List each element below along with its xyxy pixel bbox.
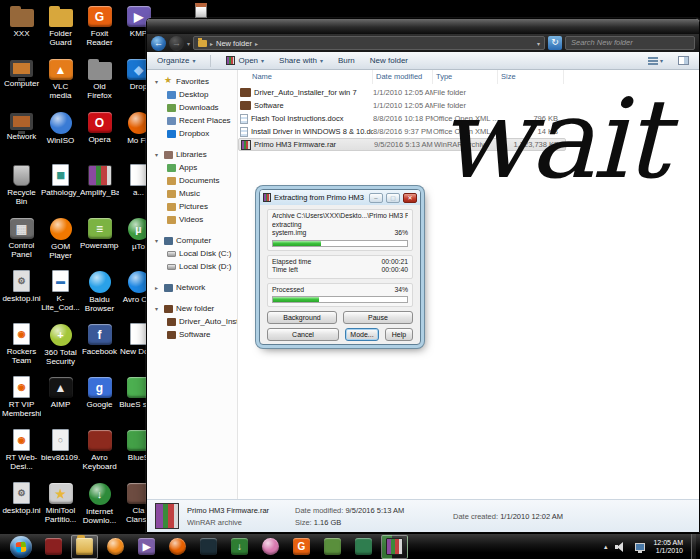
show-desktop-button[interactable] <box>691 534 696 559</box>
taskbar-firefox[interactable] <box>164 535 191 559</box>
back-button[interactable] <box>151 36 166 51</box>
column-header-name[interactable]: Name <box>238 70 373 84</box>
taskbar-clock[interactable]: 12:05 AM 1/1/2010 <box>653 539 683 555</box>
taskbar-kmplayer[interactable]: ▶ <box>133 535 160 559</box>
cancel-button[interactable]: Cancel <box>267 328 339 341</box>
desktop-icon[interactable]: Avro Keyboard <box>80 427 119 480</box>
sidebar-item[interactable]: Desktop <box>147 88 237 101</box>
tray-expand-icon[interactable] <box>604 543 608 551</box>
taskbar-app-paint[interactable] <box>257 535 284 559</box>
desktop-icon[interactable]: Recycle Bin <box>2 162 41 215</box>
expand-arrow-icon[interactable]: ▾ <box>155 151 161 158</box>
sidebar-item[interactable]: Downloads <box>147 101 237 114</box>
desktop-icon[interactable]: g Google <box>80 374 119 427</box>
desktop-icon[interactable]: + 360 Total Security <box>41 321 80 374</box>
volume-icon[interactable] <box>615 542 627 552</box>
desktop-icon[interactable]: f Facebook <box>80 321 119 374</box>
help-button[interactable]: Help <box>385 328 413 341</box>
breadcrumb-location[interactable]: New folder <box>216 39 252 48</box>
address-dropdown-icon[interactable] <box>537 40 540 47</box>
taskbar-app-dark[interactable] <box>195 535 222 559</box>
desktop-icon[interactable]: WinISO <box>41 109 80 162</box>
taskbar-idm[interactable]: ↓ <box>226 535 253 559</box>
taskbar-app-orange[interactable] <box>102 535 129 559</box>
desktop-icon[interactable]: ▲ AIMP <box>41 374 80 427</box>
sidebar-item[interactable]: Pictures <box>147 200 237 213</box>
forward-button[interactable] <box>169 36 184 51</box>
sidebar-item[interactable]: ▾ Libraries <box>147 148 237 161</box>
desktop-icon[interactable]: ◉ RT Web-Desi... <box>2 427 41 480</box>
sidebar-item[interactable]: Videos <box>147 213 237 226</box>
expand-arrow-icon[interactable]: ▸ <box>155 284 161 291</box>
mode-button[interactable]: Mode... <box>345 328 379 341</box>
change-view-button[interactable] <box>648 56 663 65</box>
sidebar-item[interactable]: Driver_Auto_Installer_ <box>147 315 237 328</box>
pause-button[interactable]: Pause <box>343 311 413 324</box>
desktop-icon[interactable]: ⚙ desktop.ini <box>2 268 41 321</box>
dialog-titlebar[interactable]: Extracting from Primo HM3 Fir... <box>260 190 420 205</box>
open-button[interactable]: Open <box>226 56 264 65</box>
tiny-desktop-icon[interactable] <box>195 3 207 18</box>
sidebar-item-label: Recent Places <box>179 116 231 125</box>
organize-button[interactable]: Organize <box>157 56 195 65</box>
new-folder-button[interactable]: New folder <box>370 56 408 65</box>
desktop-icon[interactable]: ◉ Rockers Team <box>2 321 41 374</box>
window-titlebar[interactable] <box>147 19 699 34</box>
address-bar[interactable]: New folder <box>193 36 545 50</box>
taskbar-bluestacks[interactable] <box>350 535 377 559</box>
sidebar-item[interactable]: Local Disk (D:) <box>147 260 237 273</box>
sidebar-item[interactable]: Documents <box>147 174 237 187</box>
taskbar-app-green[interactable] <box>319 535 346 559</box>
sidebar-item[interactable]: Local Disk (C:) <box>147 247 237 260</box>
desktop-icon[interactable]: ⚙ desktop.ini <box>2 480 41 533</box>
preview-pane-button[interactable] <box>678 56 689 65</box>
taskbar-explorer[interactable] <box>71 535 98 559</box>
burn-button[interactable]: Burn <box>338 56 355 65</box>
close-button[interactable] <box>403 193 417 203</box>
sidebar-item[interactable]: ▾ New folder <box>147 302 237 315</box>
sidebar-item[interactable]: Recent Places <box>147 114 237 127</box>
desktop-icon[interactable]: ▦ Pathology_... <box>41 162 80 215</box>
desktop-icon[interactable]: ↓ Internet Downlo... <box>80 480 119 533</box>
desktop-icon[interactable]: Folder Guard <box>41 3 80 56</box>
expand-arrow-icon[interactable]: ▾ <box>155 305 161 312</box>
desktop-icon[interactable]: GOM Player <box>41 215 80 268</box>
desktop-icon[interactable]: ▬ K-Lite_Cod... <box>41 268 80 321</box>
refresh-button[interactable] <box>548 36 562 50</box>
sidebar-item[interactable]: ▸ Network <box>147 281 237 294</box>
desktop-icon[interactable]: ▦ Control Panel <box>2 215 41 268</box>
desktop-icon[interactable]: ▲ VLC media player <box>41 56 80 109</box>
desktop-icon[interactable]: Amplify_Ba... <box>80 162 119 215</box>
taskbar-app-red[interactable] <box>40 535 67 559</box>
desktop-icon[interactable]: O Opera <box>80 109 119 162</box>
desktop-icon[interactable]: Network <box>2 109 41 162</box>
network-icon[interactable] <box>635 543 645 551</box>
desktop-icon[interactable]: ★ MiniTool Partitio... <box>41 480 80 533</box>
sidebar-item[interactable]: ▾ Favorites <box>147 75 237 88</box>
desktop-icon[interactable]: G Foxit Reader <box>80 3 119 56</box>
desktop-icon[interactable]: Computer <box>2 56 41 109</box>
desktop-icon[interactable]: ◉ RT VIP Membership <box>2 374 41 427</box>
taskbar-foxit[interactable]: G <box>288 535 315 559</box>
maximize-button[interactable] <box>386 193 400 203</box>
history-dropdown-icon[interactable]: ▾ <box>187 40 190 47</box>
sidebar-item[interactable]: Music <box>147 187 237 200</box>
desktop-icon[interactable]: ○ biev86109.iso <box>41 427 80 480</box>
desktop-icon[interactable]: ≡ Poweramp-... <box>80 215 119 268</box>
desktop-icon[interactable]: XXX <box>2 3 41 56</box>
taskbar-winrar[interactable] <box>381 535 408 559</box>
expand-arrow-icon[interactable]: ▾ <box>155 78 161 85</box>
sidebar-item[interactable]: Dropbox <box>147 127 237 140</box>
desktop-icon[interactable]: Baidu Browser <box>80 268 119 321</box>
column-header-date[interactable]: Date modified <box>373 70 433 84</box>
share-with-button[interactable]: Share with <box>279 56 323 65</box>
expand-arrow-icon[interactable]: ▾ <box>155 237 161 244</box>
sidebar-item[interactable]: Software <box>147 328 237 341</box>
sidebar-item[interactable]: Apps <box>147 161 237 174</box>
desktop-icon[interactable]: Old Firefox Data <box>80 56 119 109</box>
search-input[interactable]: Search New folder <box>565 36 695 50</box>
sidebar-item[interactable]: ▾ Computer <box>147 234 237 247</box>
background-button[interactable]: Background <box>267 311 337 324</box>
start-button[interactable] <box>4 535 38 559</box>
minimize-button[interactable] <box>369 193 383 203</box>
